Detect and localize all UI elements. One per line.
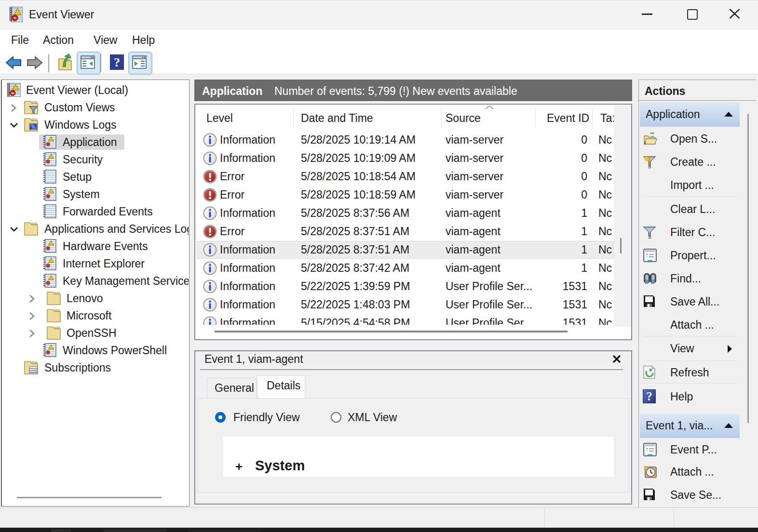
svg-text:?: ? xyxy=(114,55,120,69)
svg-text:?: ? xyxy=(646,390,652,403)
